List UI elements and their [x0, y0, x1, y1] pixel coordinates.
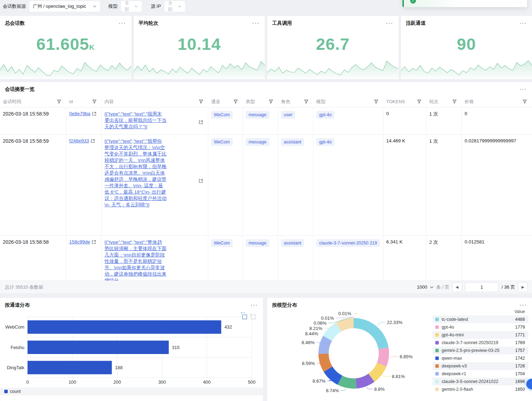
model-tag: gpt-4o	[316, 111, 334, 119]
panel-menu-icon[interactable]: ···	[520, 88, 527, 91]
panel-menu-icon[interactable]: ···	[520, 22, 527, 25]
pagination: 1000 条 / 页 ◀ 1 / 36 页 ▶	[417, 282, 528, 292]
filter-funnel-icon[interactable]	[374, 99, 378, 104]
legend-model-value: 1769	[515, 340, 525, 345]
panel-menu-icon[interactable]: ···	[386, 22, 394, 25]
model-legend-item[interactable]: claude-3-5-sonnet-202410221696	[432, 378, 528, 385]
total-count: 总计 35510 条数据	[5, 284, 43, 290]
cell-tokens: 14.469 K	[383, 135, 426, 235]
bar-DingTalk[interactable]	[28, 361, 112, 374]
model-legend-item[interactable]: tc-code-latest4488	[432, 316, 528, 323]
filter-funnel-icon[interactable]	[269, 99, 273, 104]
cell-time: 2026-03-18 15:58:58	[0, 236, 66, 281]
table-header: 会话时间id内容通道类型角色模型TOKENS轮次价格	[0, 96, 532, 107]
bar-Feishu[interactable]	[28, 341, 169, 354]
next-page-button[interactable]: ▶	[518, 282, 528, 292]
panel-title: 工具调用	[272, 20, 292, 26]
toast-more-icon[interactable]: ···	[515, 0, 522, 5]
role-tag: assistant	[281, 239, 304, 247]
cell-price: 0.028179999999999997	[462, 135, 532, 235]
table-footer: 总计 35510 条数据 1000 条 / 页 ◀ 1 / 36 页 ▶	[0, 281, 532, 293]
stat-value: 90	[401, 35, 532, 57]
model-legend-item[interactable]: qwen-max1742	[432, 354, 528, 362]
table-body: 2026-03-18 15:58:59 0e8e79ba [{"type":"t…	[0, 107, 532, 281]
legend-model-value: 1771	[515, 332, 525, 337]
legend-model-value: 1696	[515, 379, 525, 384]
page-size-select[interactable]: 1000 条 / 页	[417, 284, 449, 290]
model-legend-item[interactable]: gpt-4o-mini1771	[432, 331, 528, 339]
legend-model-name: claude-3-7-sonnet-20250219	[442, 340, 512, 345]
stat-panel-total-sessions: 总会话数··· 61.605K	[0, 16, 131, 79]
svg-text:188: 188	[115, 365, 123, 370]
legend-model-name: gemini-2.5-pro-preview-03-25	[442, 348, 512, 353]
external-link-icon[interactable]	[92, 112, 96, 116]
legend-model-name: gpt-4o-mini	[442, 332, 512, 337]
legend-model-value: 1779	[515, 325, 525, 330]
filter-funnel-icon[interactable]	[522, 99, 527, 104]
cell-content-link[interactable]: [{"type":"text","text":"整体趋势比较清晰，主要体现在下面…	[104, 239, 167, 281]
donut-chart[interactable]: 22.33%8.85%8.81%8.8%8.74%8.67%8.59%8.48%…	[267, 298, 437, 401]
bar-chart-legend[interactable]: count	[0, 388, 263, 395]
donut-slice-tc-code-latest[interactable]	[354, 318, 389, 349]
toolbox-zoom-icon[interactable]	[241, 313, 247, 319]
table-row: 2026-03-18 15:58:58 158c99de [{"type":"t…	[0, 236, 532, 281]
toolbox-restore-icon[interactable]	[250, 314, 256, 319]
external-link-icon[interactable]	[92, 240, 96, 244]
panel-menu-icon[interactable]: ···	[251, 303, 258, 307]
filter-funnel-icon[interactable]	[233, 99, 238, 104]
cell-id-link[interactable]: 158c99de	[69, 239, 90, 244]
legend-swatch	[4, 390, 8, 393]
stat-value: 61.605K	[0, 35, 131, 57]
external-link-icon[interactable]	[199, 179, 203, 183]
chevron-down-icon	[178, 5, 181, 7]
model-legend-item[interactable]: gemini-2.5-pro-preview-03-251757	[432, 347, 528, 354]
svg-text:Feishu: Feishu	[11, 345, 24, 350]
legend-model-value: 1704	[515, 371, 525, 376]
model-legend-item[interactable]: gemini-2.0-flash1650	[432, 385, 528, 393]
legend-model-value: 1650	[515, 387, 525, 392]
legend-model-name: gemini-2.0-flash	[442, 387, 512, 392]
filter-funnel-icon[interactable]	[304, 99, 309, 104]
donut-label: 0.06%	[313, 320, 327, 326]
model-legend-item[interactable]: claude-3-7-sonnet-202502191769	[432, 339, 528, 347]
cell-id-link[interactable]: f248e933	[69, 138, 89, 143]
cell-content-link[interactable]: [{"type":"text","text":"我帮你整理这天的天气情况：\n\…	[104, 138, 167, 208]
donut-label: 0.01%	[338, 311, 351, 316]
legend-model-value: 4488	[515, 317, 525, 322]
legend-swatch	[435, 356, 439, 360]
filter-funnel-icon[interactable]	[199, 99, 203, 104]
prev-page-button[interactable]: ◀	[452, 282, 462, 292]
column-header: id	[66, 96, 102, 107]
datasource-value: 广州 / openclaw_log_topic	[33, 3, 86, 10]
panel-menu-icon[interactable]: ···	[119, 22, 126, 25]
model-filter-value: 全部	[125, 0, 132, 13]
filter-funnel-icon[interactable]	[92, 99, 97, 104]
cell-turns: 2 次	[426, 236, 462, 281]
filter-funnel-icon[interactable]	[57, 99, 61, 104]
svg-text:432: 432	[225, 324, 232, 330]
panel-menu-icon[interactable]: ···	[252, 22, 260, 25]
panel-menu-icon[interactable]: ···	[520, 303, 527, 307]
source-ip-select[interactable]: 全部	[165, 1, 185, 12]
model-filter-select[interactable]: 全部	[121, 1, 142, 12]
filter-funnel-icon[interactable]	[417, 99, 422, 104]
model-legend: Value tc-code-latest4488gpt-4o1779gpt-4o…	[432, 308, 528, 393]
page-number-input[interactable]: 1	[465, 282, 499, 292]
panel-title: 平均轮次	[139, 20, 159, 26]
external-link-icon[interactable]	[91, 139, 95, 143]
cell-content-link[interactable]: [{"type":"text","text":"我周末要出去玩，能帮我总结一下当…	[104, 111, 167, 130]
cell-turns: 1 次	[426, 107, 462, 134]
legend-model-value: 1742	[515, 356, 525, 361]
datasource-select[interactable]: 广州 / openclaw_log_topic	[29, 1, 100, 12]
cell-id-link[interactable]: 0e8e79ba	[69, 111, 90, 116]
model-tag: gpt-4o	[316, 138, 334, 146]
bar-WebCom[interactable]	[28, 320, 221, 334]
notification-toast[interactable]: ✓ ···	[402, 0, 527, 7]
model-legend-item[interactable]: gpt-4o1779	[432, 323, 528, 331]
model-legend-item[interactable]: deepseek-r11704	[432, 370, 528, 378]
bar-chart[interactable]: 0100200300400500432WebCom315Feishu188Din…	[0, 298, 263, 386]
filter-funnel-icon[interactable]	[452, 99, 457, 104]
session-summary-panel: 会话摘要一览··· 会话时间id内容通道类型角色模型TOKENS轮次价格 202…	[0, 82, 532, 293]
external-link-icon[interactable]	[199, 120, 203, 124]
model-legend-item[interactable]: deepseek-v31726	[432, 362, 528, 370]
